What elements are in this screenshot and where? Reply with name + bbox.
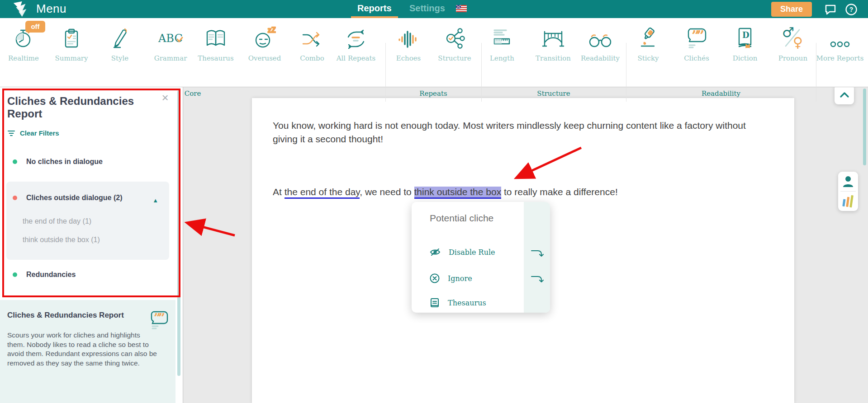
feedback-chat-icon[interactable] <box>824 3 837 16</box>
cliche-suggestion-popup: Potential cliche Disable Rule Ignore The… <box>412 202 550 313</box>
toolbar-separator <box>385 43 386 102</box>
thesaurus-icon <box>192 23 239 50</box>
main-scrollbar[interactable] <box>863 89 866 165</box>
pronoun-icon: ♂ ♀ <box>769 23 816 50</box>
collapse-toolbar-button[interactable] <box>835 85 854 104</box>
length-icon <box>479 23 526 50</box>
toolbar-item-label: All Repeats <box>332 54 379 62</box>
ignore-button[interactable]: Ignore <box>430 273 472 283</box>
toolbar-separator <box>626 43 626 102</box>
filter-row-cliches-outside[interactable]: Cliches outside dialogue (2) <box>13 194 122 202</box>
toolbar-item-label: Readability <box>577 54 624 62</box>
toolbar-item-pronoun[interactable]: ♂ ♀ Pronoun <box>769 23 816 72</box>
language-flag-icon[interactable] <box>456 5 467 12</box>
cliche-end-of-day[interactable]: the end of the day <box>285 187 360 199</box>
svg-text:♀: ♀ <box>793 34 803 50</box>
book-icon <box>430 298 440 308</box>
report-description-panel: Cliches & Redundancies Report ” ” Scours… <box>0 300 175 403</box>
toolbar-item-structure[interactable]: Structure <box>431 23 478 72</box>
p2-text: At <box>273 187 285 197</box>
toolbar-item-overused[interactable]: zZ Overused <box>241 23 288 72</box>
popup-item-label: Thesaurus <box>448 299 486 307</box>
help-icon[interactable]: ? <box>845 3 858 16</box>
toolbar-item-label: Structure <box>431 54 478 62</box>
document-paragraph-2[interactable]: At the end of the day, we need to think … <box>273 185 757 199</box>
toolbar-item-all-repeats[interactable]: All Repeats <box>332 23 379 72</box>
tab-reports[interactable]: Reports <box>357 3 392 14</box>
green-status-dot <box>13 159 17 164</box>
document-tools-card <box>838 172 858 211</box>
toolbar-item-grammar[interactable]: ABC Grammar <box>147 23 194 72</box>
svg-text:zZ: zZ <box>268 26 276 34</box>
toolbar-item-diction[interactable]: D Diction <box>721 23 768 72</box>
popup-item-label: Ignore <box>448 274 472 283</box>
more-reports-icon <box>813 23 867 50</box>
apply-arrow-icon[interactable] <box>530 248 544 259</box>
toolbar-item-echoes[interactable]: Echoes <box>385 23 432 72</box>
menu-button[interactable]: Menu <box>36 2 66 16</box>
sidebar-scrollbar[interactable] <box>177 90 180 376</box>
apply-arrow-icon[interactable] <box>530 274 544 285</box>
toolbar-item-label: Realtime <box>0 54 47 62</box>
thesaurus-button[interactable]: Thesaurus <box>430 298 486 308</box>
toolbar-separator <box>481 43 482 102</box>
cliches-icon: ” ” <box>673 23 720 50</box>
filter-row-no-cliches[interactable]: No cliches in dialogue <box>13 158 103 166</box>
toolbar-item-label: Sticky <box>625 54 672 62</box>
cliche-subitem[interactable]: think outside the box (1) <box>23 236 100 244</box>
toolbar-item-readability[interactable]: Readability <box>577 23 624 72</box>
svg-text:”: ” <box>158 311 165 324</box>
transition-icon <box>530 23 577 50</box>
toolbar-item-label: Transition <box>530 54 577 62</box>
cliches-group-box: Cliches outside dialogue (2) ▲ the end o… <box>6 182 169 260</box>
toolbar-item-label: Style <box>96 54 143 62</box>
close-icon[interactable]: × <box>160 93 171 103</box>
tab-settings[interactable]: Settings <box>409 3 445 14</box>
toolbar-item-label: Summary <box>48 54 95 62</box>
share-button[interactable]: Share <box>771 2 812 17</box>
red-status-dot <box>13 196 17 200</box>
style-icon <box>96 23 143 50</box>
disable-rule-button[interactable]: Disable Rule <box>430 248 495 257</box>
filter-row-label: Redundancies <box>26 271 76 279</box>
readability-icon <box>577 23 624 50</box>
toolbar-item-thesaurus[interactable]: Thesaurus <box>192 23 239 72</box>
toolbar-item-label: Pronoun <box>769 54 816 62</box>
cliche-think-outside-box[interactable]: think outside the box <box>414 187 502 199</box>
word-stats-icon[interactable] <box>842 194 854 208</box>
toolbar-item-more-reports[interactable]: More Reports <box>813 23 867 72</box>
circle-x-icon <box>430 273 440 283</box>
prowritingaid-logo-icon[interactable] <box>11 0 30 18</box>
report-panel: Cliches & Redundancies Report × Clear Fi… <box>0 87 183 403</box>
toolbar-item-combo[interactable]: Combo <box>289 23 336 72</box>
clear-filters-button[interactable]: Clear Filters <box>7 129 59 137</box>
eye-off-icon <box>430 248 441 257</box>
toolbar-group-repeats: Repeats <box>419 89 447 98</box>
combo-icon <box>289 23 336 50</box>
toolbar-item-style[interactable]: Style <box>96 23 143 72</box>
app-window: Menu Reports Settings Share ? <box>0 0 868 403</box>
filter-row-label: No cliches in dialogue <box>26 158 103 166</box>
structure-icon <box>431 23 478 50</box>
toolbar-item-sticky[interactable]: S Sticky <box>625 23 672 72</box>
echoes-icon <box>385 23 432 50</box>
profile-icon[interactable] <box>843 175 854 188</box>
cliche-subitem[interactable]: the end of the day (1) <box>23 217 91 225</box>
sidebar-divider <box>183 87 183 403</box>
filter-row-redundancies[interactable]: Redundancies <box>13 271 76 279</box>
toolbar-group-readability: Readability <box>702 89 740 98</box>
toolbar-item-length[interactable]: Length <box>479 23 526 72</box>
p2-text: , we need to <box>360 187 414 197</box>
summary-icon <box>48 23 95 50</box>
diction-icon: D <box>721 23 768 50</box>
toolbar-item-cliches[interactable]: ” ” Clichés <box>673 23 720 72</box>
collapse-caret-icon[interactable]: ▲ <box>152 197 158 204</box>
clear-filters-label: Clear Filters <box>20 129 59 137</box>
toolbar-item-realtime[interactable]: Realtime off <box>0 23 47 72</box>
toolbar-item-summary[interactable]: Summary <box>48 23 95 72</box>
report-description-title: Cliches & Redundancies Report <box>7 311 143 320</box>
document-paragraph-1[interactable]: You know, working hard is not enough tod… <box>273 119 757 146</box>
all-repeats-icon <box>332 23 379 50</box>
toolbar-item-transition[interactable]: Transition <box>530 23 577 72</box>
popup-item-label: Disable Rule <box>449 248 495 257</box>
